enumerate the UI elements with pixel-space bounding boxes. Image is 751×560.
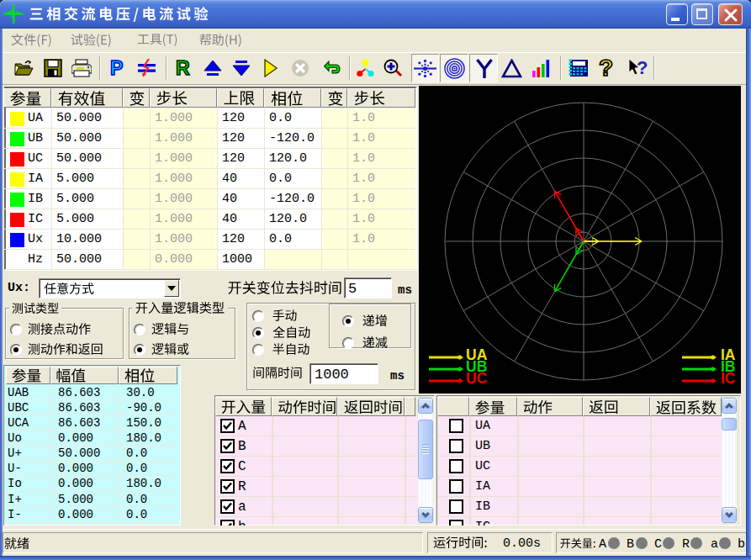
svg-text:IC: IC	[721, 370, 736, 387]
svg-text:UC: UC	[466, 370, 488, 387]
